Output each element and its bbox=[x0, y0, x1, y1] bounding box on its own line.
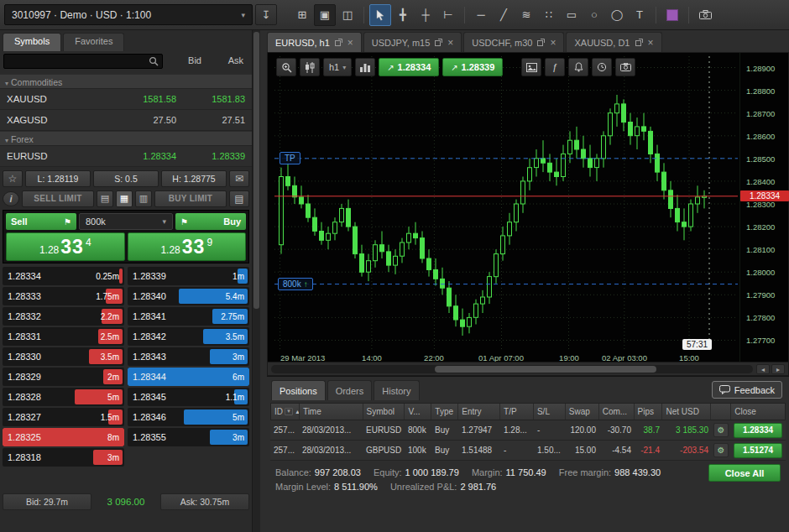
popout-icon[interactable] bbox=[635, 38, 643, 48]
dom-ask-row[interactable]: 1.28340 5.4m bbox=[128, 287, 249, 305]
close-icon[interactable]: × bbox=[447, 39, 453, 47]
tp-line-label[interactable]: TP bbox=[280, 152, 300, 164]
dom-ask-row[interactable]: 1.28339 1m bbox=[128, 267, 249, 285]
new-order-button[interactable]: ▤ bbox=[229, 190, 249, 207]
buy-market-button[interactable]: 1.28339 bbox=[128, 232, 247, 261]
column-header[interactable]: Time bbox=[300, 404, 363, 420]
tab-history[interactable]: History bbox=[374, 380, 419, 400]
column-header[interactable]: Com... bbox=[599, 404, 635, 420]
measure-tool-button[interactable]: ⊢ bbox=[437, 4, 459, 26]
zoom-button[interactable] bbox=[276, 58, 296, 76]
text-tool-button[interactable]: T bbox=[629, 4, 651, 26]
chart-sell-button[interactable]: ↗ 1.28334 bbox=[379, 58, 439, 76]
bid-column-header[interactable]: Bid bbox=[188, 55, 201, 65]
chart-tab[interactable]: EURUSD, h1 × bbox=[267, 32, 362, 52]
scroll-left-button[interactable]: ◂ bbox=[756, 364, 770, 374]
chart-scrollbar-track[interactable] bbox=[271, 365, 753, 373]
dom-bid-row[interactable]: 1.28332 2.2m bbox=[3, 307, 124, 326]
favorite-button[interactable]: ☆ bbox=[3, 170, 23, 187]
watchlist-tab-favorites[interactable]: Favorites bbox=[63, 33, 124, 51]
move-tool-button[interactable]: ╋ bbox=[392, 4, 414, 26]
volume-select[interactable]: 800k ▾ bbox=[79, 213, 173, 230]
dom-bid-row[interactable]: 1.28318 3m bbox=[3, 448, 124, 467]
dom-bid-row[interactable]: 1.28327 1.5m bbox=[3, 408, 124, 426]
close-position-button[interactable]: 1.28334 bbox=[734, 423, 782, 438]
position-settings-button[interactable]: ⚙ bbox=[713, 423, 729, 437]
feedback-button[interactable]: Feedback bbox=[712, 381, 782, 399]
dom-ask-row[interactable]: 1.28355 3m bbox=[128, 428, 249, 446]
tab-orders[interactable]: Orders bbox=[327, 380, 373, 400]
chart-snapshot-button[interactable] bbox=[521, 58, 541, 76]
circle-tool-button[interactable]: ◯ bbox=[606, 4, 628, 26]
rectangle-tool-button[interactable]: ▭ bbox=[561, 4, 583, 26]
chart-tab[interactable]: USDCHF, m30 × bbox=[463, 32, 564, 52]
dom-bid-row[interactable]: 1.28328 5m bbox=[3, 388, 124, 406]
symbol-info-button[interactable]: i bbox=[3, 191, 19, 206]
dom-bid-row[interactable]: 1.28331 2.5m bbox=[3, 327, 124, 346]
color-picker-button[interactable] bbox=[661, 4, 683, 26]
dom-ask-row[interactable]: 1.28346 5m bbox=[128, 408, 249, 426]
buy-limit-button[interactable]: BUY LIMIT bbox=[154, 190, 227, 207]
screenshot-button[interactable] bbox=[694, 4, 716, 26]
dom-ask-row[interactable]: 1.28343 3m bbox=[128, 347, 249, 366]
search-input[interactable] bbox=[4, 56, 149, 66]
view-ladder-button[interactable]: ▥ bbox=[135, 190, 152, 207]
symbol-row[interactable]: XAGUSD 27.50 27.51 bbox=[0, 110, 252, 131]
scroll-right-button[interactable]: ▸ bbox=[771, 364, 785, 374]
popout-icon[interactable] bbox=[335, 38, 342, 48]
price-axis[interactable]: 1.289001.288001.287001.286001.285001.284… bbox=[739, 53, 788, 363]
chart-buy-button[interactable]: ↗ 1.28339 bbox=[442, 58, 503, 76]
camera-button[interactable] bbox=[615, 58, 635, 76]
sell-market-button[interactable]: 1.28334 bbox=[6, 232, 125, 261]
dom-ask-row[interactable]: 1.28345 1.1m bbox=[128, 388, 249, 406]
position-settings-button[interactable]: ⚙ bbox=[713, 443, 729, 457]
column-header-close[interactable]: Close bbox=[731, 404, 785, 420]
column-header[interactable]: Pips bbox=[635, 404, 663, 420]
crosshair-tool-button[interactable]: ┼ bbox=[415, 4, 436, 26]
position-row[interactable]: 257...28/03/2013...EURUSD800kBuy1.279471… bbox=[270, 420, 786, 441]
close-position-button[interactable]: 1.51274 bbox=[734, 443, 782, 458]
column-header[interactable]: S/L bbox=[534, 404, 566, 420]
hline-tool-button[interactable]: ─ bbox=[470, 4, 492, 26]
scrollbar-thumb[interactable] bbox=[253, 32, 259, 309]
layout-grid-button[interactable]: ⊞ bbox=[291, 4, 313, 26]
column-header[interactable]: Symbol bbox=[363, 404, 405, 420]
column-header[interactable]: ID▼▲ bbox=[271, 404, 300, 420]
chart-scrollbar-thumb[interactable] bbox=[435, 366, 656, 373]
column-header[interactable]: Entry bbox=[458, 404, 500, 420]
close-all-button[interactable]: Close All bbox=[708, 464, 781, 482]
alert-button[interactable]: ✉ bbox=[229, 170, 249, 187]
chart-area[interactable]: h1 ▾ ↗ 1.28334 ↗ 1.28339 ƒ bbox=[267, 52, 789, 376]
dom-bid-row[interactable]: 1.28329 2m bbox=[3, 368, 124, 386]
sell-side-chip[interactable]: Sell ⚑ bbox=[6, 213, 76, 230]
symbol-search-box[interactable] bbox=[3, 54, 163, 69]
chart-tab[interactable]: XAUUSD, D1 × bbox=[566, 32, 661, 52]
column-header[interactable]: V... bbox=[405, 404, 431, 420]
candlestick-plot[interactable] bbox=[274, 56, 738, 352]
timeframe-button[interactable]: h1 ▾ bbox=[323, 58, 352, 76]
indicators-button[interactable] bbox=[355, 58, 375, 76]
indicator-function-button[interactable]: ƒ bbox=[545, 58, 565, 76]
symbol-group-header[interactable]: ▾Forex bbox=[0, 131, 252, 146]
deposit-button[interactable]: ↧ bbox=[255, 4, 277, 25]
candlestick-chart[interactable] bbox=[274, 56, 738, 352]
ask-column-header[interactable]: Ask bbox=[228, 55, 243, 65]
popout-icon[interactable] bbox=[435, 38, 442, 48]
dom-bid-row[interactable]: 1.28325 8m bbox=[3, 428, 124, 446]
cursor-tool-button[interactable] bbox=[369, 4, 391, 26]
view-dom-button[interactable]: ▦ bbox=[116, 190, 133, 207]
close-icon[interactable]: × bbox=[550, 39, 556, 47]
layout-single-button[interactable]: ▣ bbox=[314, 4, 336, 26]
alarm-clock-button[interactable] bbox=[592, 58, 612, 76]
trendline-tool-button[interactable]: ╱ bbox=[493, 4, 515, 26]
dom-bid-row[interactable]: 1.28334 0.25m bbox=[3, 267, 124, 285]
sell-limit-button[interactable]: SELL LIMIT bbox=[22, 190, 94, 207]
chart-type-button[interactable] bbox=[300, 58, 320, 76]
buy-side-chip[interactable]: ⚑ Buy bbox=[175, 213, 246, 230]
layout-split-button[interactable]: ◫ bbox=[337, 4, 358, 26]
column-header[interactable]: Swap bbox=[566, 404, 599, 420]
dom-ask-row[interactable]: 1.28341 2.75m bbox=[128, 307, 249, 326]
symbol-row[interactable]: XAUUSD 1581.58 1581.83 bbox=[0, 89, 252, 110]
account-selector[interactable]: 3010997 · Demo · USD · 1:100 ▾ bbox=[4, 4, 253, 25]
dom-ask-row[interactable]: 1.28342 3.5m bbox=[128, 327, 249, 346]
